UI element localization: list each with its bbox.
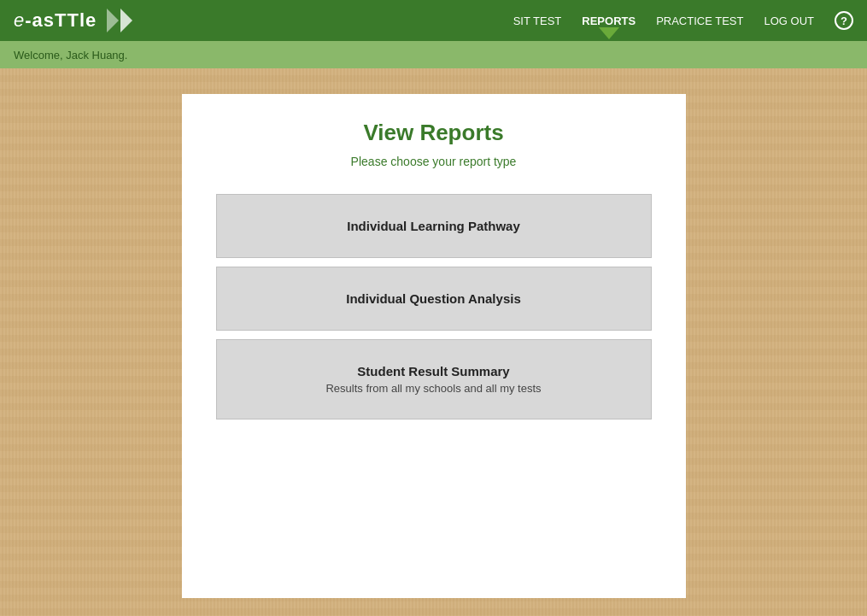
page-title: View Reports — [363, 120, 503, 146]
welcome-bar: Welcome, Jack Huang. — [0, 41, 867, 68]
help-button[interactable]: ? — [835, 11, 853, 30]
individual-question-analysis-button[interactable]: Individual Question Analysis — [216, 267, 652, 331]
header: e-asTTle SIT TEST REPORTS PRACTICE TEST … — [0, 0, 867, 41]
nav-practice-test[interactable]: PRACTICE TEST — [656, 15, 743, 27]
individual-question-analysis-label: Individual Question Analysis — [346, 291, 521, 306]
content-panel: View Reports Please choose your report t… — [182, 94, 686, 598]
nav-log-out[interactable]: LOG OUT — [764, 15, 814, 27]
student-result-summary-label: Student Result Summary — [357, 364, 509, 378]
welcome-text: Welcome, Jack Huang. — [14, 49, 127, 62]
logo-arrows — [107, 9, 134, 32]
individual-learning-pathway-button[interactable]: Individual Learning Pathway — [216, 194, 652, 258]
nav-sit-test[interactable]: SIT TEST — [513, 15, 562, 27]
student-result-summary-button[interactable]: Student Result Summary Results from all … — [216, 339, 652, 419]
logo: e-asTTle — [14, 9, 97, 32]
nav-reports-container: REPORTS — [582, 15, 636, 27]
student-result-summary-sublabel: Results from all my schools and all my t… — [325, 382, 541, 395]
arrow-icon-2 — [120, 9, 132, 32]
individual-learning-pathway-label: Individual Learning Pathway — [347, 219, 520, 233]
nav-reports[interactable]: REPORTS — [582, 15, 636, 27]
main-nav: SIT TEST REPORTS PRACTICE TEST LOG OUT ? — [513, 11, 853, 30]
arrow-icon-1 — [107, 9, 119, 32]
main-background: View Reports Please choose your report t… — [0, 68, 867, 616]
page-subtitle: Please choose your report type — [351, 155, 517, 168]
nav-reports-indicator — [599, 27, 619, 39]
